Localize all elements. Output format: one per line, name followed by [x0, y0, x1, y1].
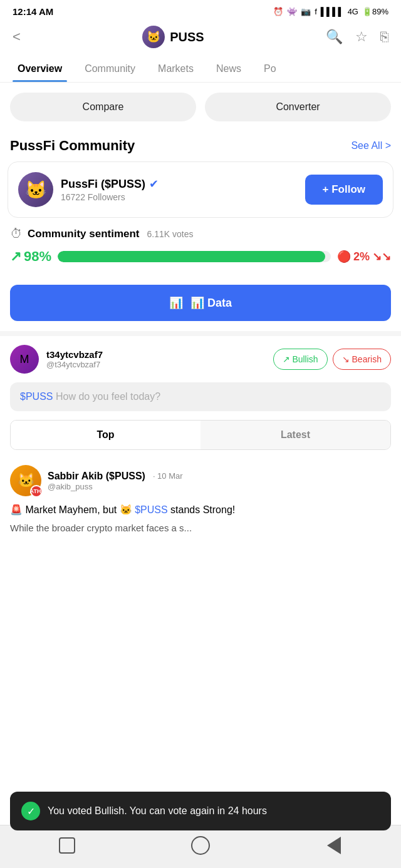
community-info: 🐱 PussFi ($PUSS) ✔ 16722 Followers: [18, 172, 159, 207]
triangle-icon: [327, 837, 341, 854]
camera-icon: 📷: [301, 7, 311, 16]
sentiment-bar-row: ↗ 98% 🔴 2% ↘↘: [10, 248, 391, 265]
tab-more[interactable]: Po: [253, 56, 288, 82]
avatar: 🐱: [18, 172, 53, 207]
post-author-info: Sabbir Akib ($PUSS) · 10 Mar @akib_puss: [48, 471, 183, 491]
sentiment-bar: [58, 251, 331, 262]
section-divider: [0, 331, 401, 336]
compare-button[interactable]: Compare: [10, 93, 196, 121]
converter-button[interactable]: Converter: [205, 93, 391, 121]
status-icons: ⏰ 👾 📷 f ▌▌▌▌ 4G 🔋89%: [273, 7, 388, 16]
post-content: 🚨 Market Mayhem, but 🐱 $PUSS stands Stro…: [10, 503, 391, 518]
post-tag: $PUSS: [135, 504, 167, 515]
header-icons: 🔍 ☆ ⎘: [326, 29, 388, 45]
follow-button[interactable]: + Follow: [305, 175, 383, 205]
alarm-icon: ⏰: [273, 7, 283, 16]
bullish-button[interactable]: ↗ Bullish: [273, 349, 328, 370]
share-icon[interactable]: ⎘: [380, 29, 388, 45]
sentiment-votes: 6.11K votes: [147, 229, 194, 239]
back-button[interactable]: <: [13, 29, 21, 45]
community-details: PussFi ($PUSS) ✔ 16722 Followers: [61, 177, 159, 202]
see-all-link[interactable]: See All >: [351, 140, 391, 151]
facebook-icon: f: [315, 7, 317, 16]
discord-icon: 👾: [287, 7, 297, 16]
header-title: 🐱 PUSS: [142, 26, 204, 48]
bullish-arrow-icon: ↗: [10, 248, 21, 265]
toast-notification: ✓ You voted Bullish. You can vote again …: [10, 792, 391, 830]
data-button[interactable]: 📊 📊 Data: [10, 285, 391, 321]
sentiment-section: ⏱ Community sentiment 6.11K votes ↗ 98% …: [0, 218, 401, 282]
verified-icon: ✔: [149, 177, 159, 191]
bearish-arrow-icon: ↘↘: [372, 250, 391, 263]
post-author-handle: @akib_puss: [48, 482, 183, 491]
sentiment-gauge-icon: ⏱: [10, 227, 23, 241]
header: < 🐱 PUSS 🔍 ☆ ⎘: [0, 21, 401, 56]
search-icon[interactable]: 🔍: [326, 29, 343, 45]
nav-back-button[interactable]: [55, 833, 80, 858]
bearish-button[interactable]: ↘ Bearish: [333, 349, 391, 370]
sentiment-bar-fill: [58, 251, 325, 262]
nav-recent-button[interactable]: [321, 833, 346, 858]
post-text: 🚨 Market Mayhem, but 🐱: [10, 504, 135, 515]
post-placeholder-text: How do you feel today?: [56, 391, 160, 402]
bottom-nav: [0, 825, 401, 868]
tab-overview[interactable]: Overview: [6, 56, 73, 82]
toast-message: You voted Bullish. You can vote again in…: [48, 805, 267, 817]
post-item: 🐱 ATH! Sabbir Akib ($PUSS) · 10 Mar @aki…: [0, 456, 401, 542]
sentiment-vote-buttons: ↗ Bullish ↘ Bearish: [273, 349, 392, 370]
signal-icon: ▌▌▌▌: [321, 7, 344, 16]
feed-tabs: Top Latest: [10, 420, 391, 450]
4g-icon: 4G: [348, 7, 358, 16]
coin-name: PUSS: [170, 30, 204, 44]
post-username: t34ytcvbzaf7: [46, 349, 103, 360]
post-preview: While the broader crypto market faces a …: [10, 523, 391, 533]
coin-logo: 🐱: [142, 26, 165, 48]
community-header: PussFi Community See All >: [0, 128, 401, 161]
bearish-icon: 🔴: [337, 250, 351, 263]
post-user-info: t34ytcvbzaf7 @t34ytcvbzaf7: [46, 349, 103, 369]
action-buttons: Compare Converter: [0, 83, 401, 128]
post-handle: @t34ytcvbzaf7: [46, 360, 103, 369]
tab-bar: Overview Community Markets News Po: [0, 56, 401, 83]
post-avatar: 🐱 ATH!: [10, 465, 41, 496]
battery-icon: 🔋89%: [362, 7, 388, 16]
community-followers: 16722 Followers: [61, 192, 159, 202]
status-bar: 12:14 AM ⏰ 👾 📷 f ▌▌▌▌ 4G 🔋89%: [0, 0, 401, 21]
feed-tab-top[interactable]: Top: [11, 421, 200, 449]
toast-check-icon: ✓: [21, 802, 40, 820]
post-text-end: stands Strong!: [168, 504, 236, 515]
status-time: 12:14 AM: [13, 6, 53, 17]
square-icon: [59, 837, 75, 854]
community-name: PussFi ($PUSS): [61, 178, 145, 191]
star-icon[interactable]: ☆: [355, 29, 368, 45]
nav-home-button[interactable]: [188, 833, 213, 858]
sentiment-header: ⏱ Community sentiment 6.11K votes: [10, 227, 391, 241]
post-date: · 10 Mar: [153, 471, 183, 481]
sentiment-title: Community sentiment: [28, 228, 140, 240]
post-input-field[interactable]: $PUSS How do you feel today?: [10, 382, 391, 411]
tab-markets[interactable]: Markets: [147, 56, 205, 82]
community-card: 🐱 PussFi ($PUSS) ✔ 16722 Followers + Fol…: [8, 161, 393, 218]
tab-community[interactable]: Community: [73, 56, 147, 82]
circle-icon: [191, 836, 210, 855]
tab-news[interactable]: News: [205, 56, 253, 82]
post-input-section: M t34ytcvbzaf7 @t34ytcvbzaf7 ↗ Bullish ↘…: [0, 336, 401, 382]
feed-tab-latest[interactable]: Latest: [200, 421, 390, 449]
community-section-title: PussFi Community: [10, 138, 135, 154]
post-header: 🐱 ATH! Sabbir Akib ($PUSS) · 10 Mar @aki…: [10, 465, 391, 496]
post-author-name: Sabbir Akib ($PUSS): [48, 471, 145, 482]
community-name-row: PussFi ($PUSS) ✔: [61, 177, 159, 191]
post-badge: ATH!: [30, 485, 43, 498]
bearish-percentage: 🔴 2% ↘↘: [337, 250, 391, 263]
puss-tag: $PUSS: [20, 391, 53, 402]
chart-icon: 📊: [169, 296, 183, 310]
post-user-avatar: M: [10, 345, 39, 374]
bullish-percentage: ↗ 98%: [10, 248, 51, 265]
